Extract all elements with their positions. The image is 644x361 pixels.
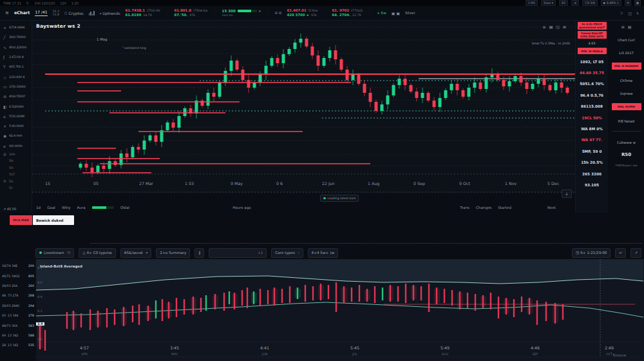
status-started[interactable]: Started (498, 206, 511, 210)
tool-icon: ∿ (3, 45, 9, 50)
loading-pill[interactable]: Loading latest bars (320, 195, 359, 202)
price-level: 15h 20.5% (581, 157, 603, 168)
svg-text:1 Nov: 1 Nov (505, 181, 517, 186)
sidebar-footer-value: ↗ 45.50 (3, 207, 16, 211)
sidebar-mini-row[interactable]: ⊙51- (0, 178, 32, 185)
strip-button[interactable]: 1 M5 (526, 0, 538, 6)
strip-button[interactable]: ▶ 0.06% 1 (601, 0, 621, 6)
quote-row: 43. 13 344278 (0, 311, 36, 320)
toolbar-pill[interactable]: 2+o Summary (156, 248, 190, 258)
strip-icon-button[interactable]: ⊡ (625, 0, 631, 6)
menu-item-uptrends[interactable]: ▴Uptrends (100, 11, 120, 15)
sidebar-tool[interactable]: ∿4%0.2/2000 (0, 43, 32, 52)
sidebar-tool[interactable]: ◉92.4 mm (0, 131, 32, 141)
menu-item-icon: ▴ (100, 11, 102, 15)
ticker-separator: ⋮ (165, 11, 169, 15)
panel-label: *EM/)buyw / ww (615, 164, 637, 167)
toolbar-pill[interactable]: △ 4+ C0 typvtw (79, 248, 115, 258)
toolbar-right-pill[interactable]: ↗ (630, 248, 641, 258)
order-input-field[interactable]: Bewick duksd (33, 215, 74, 225)
timeframe-wkly[interactable]: Wkly (62, 206, 71, 210)
svg-text:JUN: JUN (261, 353, 268, 356)
time-tab[interactable]: 17 /41 (35, 10, 47, 16)
timeframe-goal[interactable]: Goal (47, 206, 55, 210)
sidebar-mini-row[interactable]: 50- (0, 157, 32, 164)
status-next-button[interactable]: Next (547, 206, 556, 210)
sell-panel-button[interactable]: MSL W PANLA (578, 48, 607, 54)
quote-row: 46/71 34G2895 (0, 271, 36, 280)
loading-label: Loading latest bars (328, 197, 356, 200)
topbar-icon[interactable]: ϟ (636, 11, 639, 15)
panel-label: Ch5mw (620, 79, 633, 83)
indicator-chart-svg[interactable]: 4:57APR3:45MAY4:41JUN5:45JUL5:49AUG4:46S… (36, 259, 644, 361)
svg-text:9 Oct: 9 Oct (459, 181, 470, 186)
panel-label: R50 (621, 152, 631, 157)
price-alert-banner[interactable]: SL 8.91 PRICE guaranteed wwrT (578, 22, 607, 30)
menu-item-cryptos[interactable]: ◫Cryptos (64, 11, 84, 15)
system-strip-items: TIME 17 215'100 120/1201201.20 (3, 1, 84, 5)
sidebar-mini-row[interactable]: ◎100- (0, 151, 32, 158)
svg-text:5:49: 5:49 (440, 346, 450, 350)
chart-toolbar-icon[interactable]: ≡ (543, 24, 546, 29)
sidebar-tool[interactable]: ◧8.5/20000 (0, 101, 32, 111)
sidebar-tool[interactable]: ×5.60.0000 (0, 121, 32, 131)
status-trans[interactable]: Trans (460, 206, 469, 210)
main-chart[interactable]: 150527 Mar1 039 May0 622 Jun1 Aug0 Sep9 … (32, 21, 575, 193)
panel-icon[interactable]: ⊞ (621, 24, 625, 29)
status-changes[interactable]: Changes (476, 206, 491, 210)
toolbar-pill[interactable]: Core typesi (271, 248, 303, 258)
chart-toolbar-icon[interactable]: ▤ (549, 24, 553, 29)
price-alert-banner-2[interactable]: Sweep NayLAP 2250 4550 0075 (578, 31, 607, 39)
strip-button[interactable]: ⇉ (571, 0, 579, 6)
sidebar-tool[interactable]: ◇1/10.600 4 (0, 72, 32, 81)
topbar-right-icons: ⚐◫ϟ (620, 11, 639, 15)
layout-grid-icon[interactable]: ⊞ ⊞ (274, 11, 281, 15)
topbar-icon[interactable]: ◫ (628, 11, 632, 15)
app-title: eChart (14, 10, 30, 15)
sidebar-tool[interactable]: ⊘4%6.5500? (0, 92, 32, 101)
strip-icon-button[interactable]: ▦ (634, 0, 641, 6)
chart-title: Bayswater ws 2 (36, 23, 80, 29)
sell-action-button[interactable]: MSL N MARKER (612, 63, 641, 70)
menu-icon[interactable]: ≡ (5, 10, 9, 15)
strip-button[interactable]: 63 (559, 0, 568, 6)
toolbar-right-pill[interactable]: ↵ (615, 248, 626, 258)
sidebar-tool[interactable]: ▭17/6.30000 (0, 82, 32, 92)
main-chart-svg[interactable]: 150527 Mar1 039 May0 622 Jun1 Aug0 Sep9 … (32, 21, 575, 193)
indicator-chart[interactable]: 4:57APR3:45MAY4:41JUN5:45JUL5:49AUG4:46S… (36, 259, 644, 361)
topbar-icon[interactable]: ⚐ (620, 11, 623, 15)
sidebar-mini-row[interactable]: 517 (0, 171, 32, 178)
sidebar-tool[interactable]: T605.700 1 (0, 62, 32, 72)
volume-bars-icon[interactable] (89, 11, 95, 15)
sell-market-button[interactable]: MCA MAN (10, 215, 32, 225)
system-strip-item: TIME 17 21 (3, 1, 21, 5)
tool-icon: ▭ (3, 84, 9, 89)
strip-button[interactable]: 7/5 5/6 (582, 0, 598, 6)
toolbar-right-pill[interactable]: ◳ 6+ 1:21/29:00 (572, 248, 611, 258)
sidebar-mini-row[interactable]: 5)- (0, 184, 32, 191)
panel-icon[interactable]: ▤ (628, 24, 632, 29)
timeframe-1d[interactable]: 1d (36, 206, 41, 210)
download-button[interactable]: ↓ (562, 190, 572, 198)
sidebar-tool[interactable]: ⌀0(0.0000- (0, 141, 32, 151)
chart-toolbar-icon[interactable]: ◫ (556, 24, 560, 29)
timeframe-aura[interactable]: Aura (77, 206, 86, 210)
toolbar-pill[interactable]: 4+4 5w+ (w (308, 248, 339, 258)
svg-text:SEP: SEP (533, 353, 538, 356)
timeframe-oldal[interactable]: Oldal (120, 206, 130, 210)
sidebar-tool[interactable]: ╱36/0.76000 (0, 32, 32, 42)
toolbar-pill[interactable]: ‖ (194, 248, 204, 258)
sidebar-tool[interactable]: +6/7/4.0444 (0, 23, 32, 32)
chevron-down-icon[interactable]: ▾ (259, 9, 261, 13)
toolbar-pill[interactable]: Livestream⊡ (35, 248, 74, 258)
strip-button[interactable]: Save ▾ (541, 0, 556, 6)
toolbar-pill[interactable]: A5&/wvvd▾ (120, 248, 152, 258)
chart-toolbar-icon[interactable]: ⊞ (563, 24, 566, 29)
sidebar-mini-row[interactable]: 50- (0, 164, 32, 171)
sell-action-button[interactable]: MAL W/MW (612, 103, 641, 110)
toolbar-pill[interactable]: +1 (209, 248, 267, 258)
sidebar-tool[interactable]: ⌂57/0.000M (0, 112, 32, 121)
add-watchlist-label[interactable]: + 6w (377, 11, 386, 15)
svg-text:1 03: 1 03 (185, 181, 194, 186)
sidebar-tool[interactable]: ƒ1.67/.00 4 (0, 52, 32, 62)
